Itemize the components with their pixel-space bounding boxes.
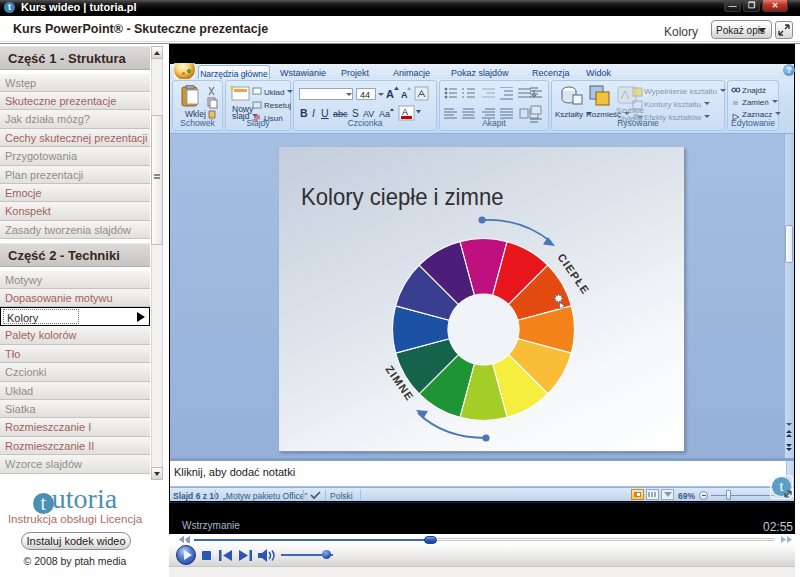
svg-text:A: A: [402, 107, 408, 117]
svg-text:A: A: [401, 90, 408, 100]
svg-text:I: I: [312, 107, 315, 119]
svg-text:B: B: [300, 107, 308, 119]
svg-text:U: U: [321, 107, 329, 119]
svg-text:A: A: [386, 88, 394, 100]
svg-text:abc: abc: [333, 109, 348, 119]
